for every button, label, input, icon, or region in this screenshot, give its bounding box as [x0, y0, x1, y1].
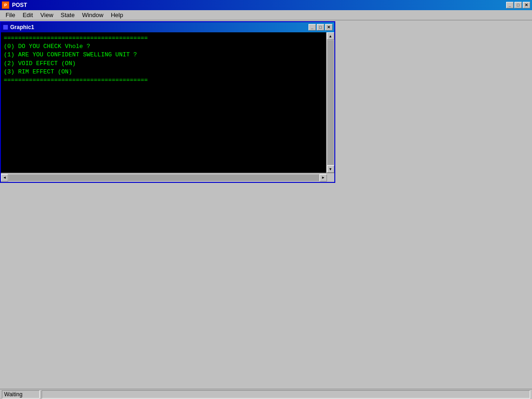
terminal-line: (3) RIM EFFECT (ON): [4, 68, 323, 76]
scroll-track-horizontal[interactable]: [9, 175, 319, 181]
graphic1-scrollbar-horizontal: ◄ ►: [1, 173, 334, 182]
graphic1-minimize-button[interactable]: _: [308, 24, 316, 30]
graphic1-window: Graphic1 _ □ ✕ =========================…: [0, 21, 335, 183]
graphic1-close-button[interactable]: ✕: [325, 24, 332, 30]
menu-state[interactable]: State: [57, 11, 78, 19]
app-title-bar: P POST _ □ ✕: [0, 0, 532, 10]
graphic1-titlebar: Graphic1 _ □ ✕: [1, 22, 334, 32]
menu-edit[interactable]: Edit: [19, 11, 36, 19]
maximize-button[interactable]: □: [514, 2, 522, 8]
title-buttons: _ □ ✕: [506, 2, 530, 8]
scroll-up-button[interactable]: ▲: [327, 32, 334, 40]
graphic1-title-buttons: _ □ ✕: [308, 24, 332, 30]
graphic1-content-area: ========================================…: [1, 32, 334, 173]
menu-view[interactable]: View: [36, 11, 57, 19]
terminal-line: (1) ARE YOU CONFIDENT SWELLING UNIT ?: [4, 51, 323, 59]
status-waiting-label: Waiting: [2, 390, 40, 399]
status-bar: Waiting: [0, 389, 532, 399]
menu-help[interactable]: Help: [107, 11, 127, 19]
app-icon: P: [2, 1, 9, 9]
status-extra-panel: [42, 390, 530, 399]
menu-file[interactable]: File: [2, 11, 19, 19]
scroll-left-button[interactable]: ◄: [1, 174, 8, 181]
menu-bar: File Edit View State Window Help: [0, 10, 532, 20]
size-grip: [327, 174, 334, 181]
graphic1-window-icon: [3, 24, 8, 30]
graphic1-title-left: Graphic1: [3, 24, 34, 30]
graphic1-title-text: Graphic1: [10, 24, 34, 30]
graphic1-maximize-button[interactable]: □: [317, 24, 324, 30]
app-title-text: POST: [12, 2, 27, 8]
terminal-line: ========================================: [4, 76, 323, 85]
main-area: Graphic1 _ □ ✕ =========================…: [0, 20, 532, 389]
terminal-line: ========================================: [4, 34, 323, 42]
terminal-line: (0) DO YOU CHECK Vhole ?: [4, 42, 323, 51]
graphic1-terminal[interactable]: ========================================…: [1, 32, 326, 173]
title-bar-left: P POST: [2, 1, 27, 9]
terminal-line: (2) VOID EFFECT (ON): [4, 60, 323, 68]
scroll-track-vertical[interactable]: [327, 40, 334, 165]
scroll-down-button[interactable]: ▼: [327, 165, 334, 173]
scroll-right-button[interactable]: ►: [320, 174, 327, 181]
menu-window[interactable]: Window: [79, 11, 107, 19]
close-button[interactable]: ✕: [523, 2, 530, 8]
graphic1-scrollbar-vertical: ▲ ▼: [326, 32, 334, 173]
minimize-button[interactable]: _: [506, 2, 514, 8]
